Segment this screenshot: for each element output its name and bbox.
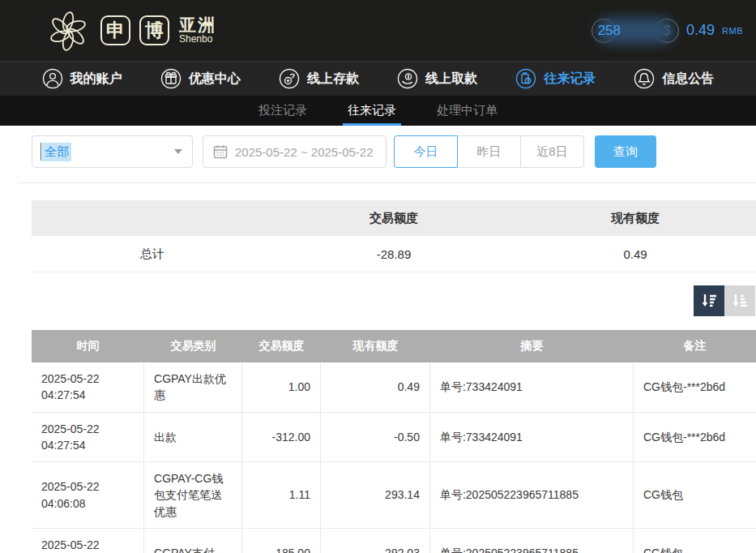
table-row: 2025-05-22 04:27:54 CGPAY出款优惠 1.00 0.49 … (32, 362, 756, 413)
cell-summary: 单号:202505223965711885 (430, 462, 634, 528)
tab-betting-records[interactable]: 投注记录 (254, 96, 312, 126)
last-8-days-label: 近8日 (536, 144, 567, 160)
nav-item-deposit[interactable]: 线上存款 (279, 68, 359, 89)
sort-ascending-icon (731, 292, 749, 310)
username-display[interactable]: 258 (592, 15, 621, 47)
tab-transaction-records[interactable]: 往来记录 (343, 96, 401, 126)
nav-label: 我的账户 (70, 71, 122, 88)
logo-char-bo: 博 (139, 15, 169, 45)
cell-amount: -312.00 (242, 413, 321, 462)
quick-date-group: 今日 昨日 近8日 (394, 135, 584, 168)
chevron-down-icon (174, 149, 182, 154)
cell-note: CG钱包 (634, 462, 756, 528)
records-table: 时间 交易类别 交易额度 现有额度 摘要 备注 2025-05-22 04:27… (32, 330, 756, 553)
nav-item-promotions[interactable]: 优惠中心 (160, 68, 241, 89)
username-suffix: 258 (598, 23, 621, 39)
logo-region-cn: 亚洲 (179, 16, 216, 34)
section-divider (18, 182, 756, 183)
today-button[interactable]: 今日 (394, 135, 458, 168)
summary-header-row: 交易额度 现有额度 (32, 200, 756, 236)
filter-bar: 全部 2025-05-22 ~ 2025-05-22 今日 昨日 近8日 查询 (32, 135, 756, 168)
type-select[interactable]: 全部 (32, 135, 193, 168)
gift-icon (160, 68, 182, 89)
summary-table: 交易额度 现有额度 总计 -28.89 0.49 (32, 200, 756, 272)
cell-note: CG钱包-***2b6d (634, 413, 756, 462)
cell-amount: 185.00 (242, 529, 321, 553)
bell-icon (634, 68, 655, 89)
summary-header-empty (32, 200, 273, 236)
brand-logo: 申 博 亚洲 Shenbo (45, 7, 216, 54)
header-type: 交易类别 (144, 330, 242, 362)
subtab-label: 处理中订单 (437, 103, 498, 118)
top-bar: 申 博 亚洲 Shenbo 258 $ 0.49 RMB (0, 0, 756, 62)
records-header-row: 时间 交易类别 交易额度 现有额度 摘要 备注 (32, 330, 756, 362)
cell-summary: 单号:202505223965711885 (430, 529, 634, 553)
summary-header-amount: 交易额度 (273, 200, 515, 236)
header-note: 备注 (634, 330, 756, 362)
subtab-label: 投注记录 (258, 103, 307, 118)
records-clipboard-icon (515, 68, 536, 89)
cell-time: 2025-05-22 04:06:08 (32, 462, 144, 528)
cell-type: CGPAY支付 (144, 529, 242, 553)
cell-amount: 1.11 (242, 462, 321, 528)
nav-label: 优惠中心 (189, 71, 241, 88)
sort-descending-button[interactable] (694, 285, 724, 316)
header-balance: 现有额度 (321, 330, 430, 362)
summary-total-balance: 0.49 (515, 236, 756, 272)
summary-total-amount: -28.89 (273, 236, 515, 272)
main-nav: 我的账户 优惠中心 线上存款 线上取款 (0, 62, 756, 96)
cell-type: 出款 (144, 413, 242, 462)
cell-balance: -0.50 (321, 413, 430, 462)
cell-type: CGPAY出款优惠 (144, 362, 242, 412)
deposit-hand-coin-icon (279, 68, 300, 89)
table-row: 2025-05-22 04:06:08 CGPAY-CG钱包支付笔笔送优惠 1.… (32, 462, 756, 529)
header-summary: 摘要 (430, 330, 634, 362)
cell-summary: 单号:733424091 (430, 362, 634, 412)
subtab-label: 往来记录 (348, 103, 396, 118)
sub-nav: 投注记录 往来记录 处理中订单 (0, 96, 756, 126)
cell-time: 2025-05-22 04:27:54 (32, 413, 144, 462)
logo-region-text: 亚洲 Shenbo (179, 16, 216, 45)
cell-balance: 292.03 (321, 529, 430, 553)
summary-total-label: 总计 (32, 236, 273, 272)
sort-descending-icon (700, 292, 718, 310)
nav-item-announcements[interactable]: 信息公告 (634, 68, 714, 89)
cell-time: 2025-05-22 04:27:54 (32, 362, 144, 412)
cell-time: 2025-05-22 04:06:08 (32, 529, 144, 553)
summary-header-balance: 现有额度 (515, 200, 756, 236)
table-row: 2025-05-22 04:27:54 出款 -312.00 -0.50 单号:… (32, 413, 756, 463)
date-range-value: 2025-05-22 ~ 2025-05-22 (235, 145, 374, 159)
nav-label: 线上取款 (425, 71, 477, 88)
today-label: 今日 (414, 144, 438, 160)
type-select-value: 全部 (42, 143, 71, 161)
sort-toolbar (0, 285, 755, 316)
header-amount: 交易额度 (242, 330, 321, 362)
nav-label: 信息公告 (662, 71, 714, 88)
cell-type: CGPAY-CG钱包支付笔笔送优惠 (144, 462, 242, 528)
nav-label: 线上存款 (307, 71, 359, 88)
balance-amount: 0.49 (686, 22, 715, 39)
flower-logo-icon (45, 7, 92, 54)
account-area: 258 $ 0.49 RMB (592, 15, 743, 47)
nav-item-withdraw[interactable]: 线上取款 (397, 68, 477, 89)
summary-total-row: 总计 -28.89 0.49 (32, 236, 756, 272)
date-range-input[interactable]: 2025-05-22 ~ 2025-05-22 (203, 135, 387, 168)
balance-currency: RMB (722, 26, 743, 36)
tab-processing-orders[interactable]: 处理中订单 (432, 96, 502, 126)
cell-amount: 1.00 (242, 362, 321, 412)
cell-balance: 293.14 (321, 462, 430, 528)
last-8-days-button[interactable]: 近8日 (520, 135, 584, 168)
query-button[interactable]: 查询 (595, 135, 656, 168)
nav-item-records[interactable]: 往来记录 (515, 68, 596, 89)
yesterday-label: 昨日 (477, 144, 502, 160)
yesterday-button[interactable]: 昨日 (457, 135, 521, 168)
cell-summary: 单号:733424091 (430, 413, 634, 462)
text-caret (41, 143, 41, 161)
header-time: 时间 (32, 330, 144, 362)
cell-note: CG钱包-***2b6d (634, 362, 756, 412)
cell-note: CG钱包 (634, 529, 756, 553)
nav-item-my-account[interactable]: 我的账户 (42, 68, 122, 89)
user-icon (42, 68, 63, 89)
sort-ascending-button[interactable] (724, 285, 755, 316)
table-row: 2025-05-22 04:06:08 CGPAY支付 185.00 292.0… (32, 529, 756, 553)
